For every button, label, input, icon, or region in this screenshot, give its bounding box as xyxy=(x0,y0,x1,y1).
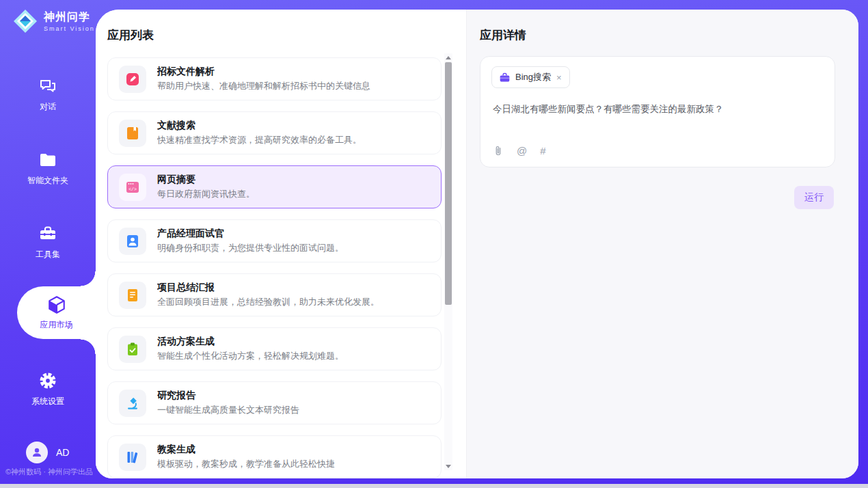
app-item-project-summary[interactable]: 项目总结汇报 全面回顾项目进展，总结经验教训，助力未来优化发展。 xyxy=(107,273,442,316)
app-title: 项目总结汇报 xyxy=(157,282,379,294)
webpage-icon: </> xyxy=(119,174,146,201)
toolbox-icon xyxy=(38,224,57,243)
briefcase-icon xyxy=(499,72,511,83)
app-title: 网页摘要 xyxy=(157,174,255,186)
app-title: 产品经理面试官 xyxy=(157,228,344,240)
app-desc: 模板驱动，教案秒成，教学准备从此轻松快捷 xyxy=(157,458,335,470)
app-desc: 一键智能生成高质量长文本研究报告 xyxy=(157,404,299,416)
copyright-footer: ©神州数码 · 神州问学出品 xyxy=(5,467,93,477)
prompt-card: Bing搜索 × 今日湖北有哪些新闻要点？有哪些需要关注的最新政策？ @ # xyxy=(480,56,835,167)
tool-chip-bing-search[interactable]: Bing搜索 × xyxy=(491,66,570,88)
brand-logo: 神州问学 Smart Vision xyxy=(12,8,95,34)
brand-name: 神州问学 xyxy=(44,10,95,25)
scroll-down-icon[interactable] xyxy=(444,462,452,470)
scrollbar-thumb[interactable] xyxy=(445,62,452,305)
person-icon xyxy=(31,446,43,459)
user-initials: AD xyxy=(56,447,69,458)
run-button[interactable]: 运行 xyxy=(794,186,834,209)
app-list: 招标文件解析 帮助用户快速、准确地理解和解析招标书中的关键信息 文献搜索 快速精… xyxy=(107,57,442,478)
app-title: 活动方案生成 xyxy=(157,336,344,348)
app-detail-panel: 应用详情 Bing搜索 × 今日湖北有哪些新闻要点？有哪些需要关注的最新政策？ … xyxy=(467,10,858,478)
input-toolbar: @ # xyxy=(493,145,546,157)
app-desc: 快速精准查找学术资源，提高研究效率的必备工具。 xyxy=(157,134,362,146)
app-list-panel: 应用列表 招标文件解析 帮助用户快速、准确地理解和解析招标书中的关键信息 xyxy=(96,10,467,478)
app-desc: 明确身份和职责，为您提供专业性的面试问题。 xyxy=(157,242,344,254)
sidebar-item-label: 工具集 xyxy=(0,249,96,260)
app-list-scrollbar[interactable] xyxy=(444,53,452,470)
sidebar-item-label: 智能文件夹 xyxy=(0,175,96,187)
app-desc: 全面回顾项目进展，总结经验教训，助力未来优化发展。 xyxy=(157,296,379,308)
app-desc: 每日政府新闻资讯快查。 xyxy=(157,188,255,200)
cube-icon xyxy=(46,295,67,315)
brand-subtitle: Smart Vision xyxy=(44,25,95,32)
active-tab-curve-bottom xyxy=(81,339,96,354)
chip-close-icon[interactable]: × xyxy=(556,73,562,82)
app-detail-title: 应用详情 xyxy=(480,27,526,43)
bottom-edge-strip xyxy=(0,484,868,488)
diamond-logo-icon xyxy=(12,8,38,34)
app-item-literature-search[interactable]: 文献搜索 快速精准查找学术资源，提高研究效率的必备工具。 xyxy=(107,111,442,154)
svg-text:</>: </> xyxy=(128,187,137,191)
app-list-title: 应用列表 xyxy=(107,27,154,43)
chat-icon xyxy=(38,77,57,96)
sidebar-item-smart-folder[interactable]: 智能文件夹 xyxy=(0,150,96,187)
tool-chip-label: Bing搜索 xyxy=(515,71,551,83)
books-icon xyxy=(119,444,146,471)
app-item-research-report[interactable]: 研究报告 一键智能生成高质量长文本研究报告 xyxy=(107,381,442,424)
app-title: 招标文件解析 xyxy=(157,66,370,78)
sidebar-item-app-market[interactable]: 应用市场 xyxy=(17,286,96,339)
main-content: 应用列表 招标文件解析 帮助用户快速、准确地理解和解析招标书中的关键信息 xyxy=(96,10,858,478)
sidebar-item-label: 对话 xyxy=(0,101,96,113)
sidebar-item-settings[interactable]: 系统设置 xyxy=(0,371,96,407)
active-tab-curve-top xyxy=(81,271,96,286)
sidebar-item-label: 系统设置 xyxy=(0,396,96,407)
bid-document-icon xyxy=(119,66,146,93)
interviewer-icon xyxy=(119,228,146,255)
clipboard-check-icon xyxy=(119,336,146,363)
microscope-icon xyxy=(119,390,146,417)
sidebar-item-chat[interactable]: 对话 xyxy=(0,77,96,113)
app-item-pm-interviewer[interactable]: 产品经理面试官 明确身份和职责，为您提供专业性的面试问题。 xyxy=(107,219,442,262)
book-icon xyxy=(119,120,146,147)
app-item-lesson-plan[interactable]: 教案生成 模板驱动，教案秒成，教学准备从此轻松快捷 xyxy=(107,435,442,478)
user-account[interactable]: AD xyxy=(26,442,69,463)
app-item-web-summary[interactable]: </> 网页摘要 每日政府新闻资讯快查。 xyxy=(107,165,442,208)
sidebar-item-toolset[interactable]: 工具集 xyxy=(0,224,96,260)
avatar xyxy=(26,442,48,463)
app-title: 教案生成 xyxy=(157,444,335,456)
query-text[interactable]: 今日湖北有哪些新闻要点？有哪些需要关注的最新政策？ xyxy=(493,103,822,116)
paperclip-icon[interactable] xyxy=(493,145,504,157)
at-mention-icon[interactable]: @ xyxy=(517,145,527,157)
sidebar-item-label: 应用市场 xyxy=(17,319,96,331)
scroll-up-icon[interactable] xyxy=(444,53,452,62)
app-title: 研究报告 xyxy=(157,390,299,402)
app-title: 文献搜索 xyxy=(157,120,362,132)
report-doc-icon xyxy=(119,282,146,309)
app-item-event-plan[interactable]: 活动方案生成 智能生成个性化活动方案，轻松解决规划难题。 xyxy=(107,327,442,370)
sidebar: 神州问学 Smart Vision 对话 智能文件夹 工具集 xyxy=(0,0,96,488)
hash-icon[interactable]: # xyxy=(540,145,545,157)
gear-icon xyxy=(38,371,57,390)
app-desc: 帮助用户快速、准确地理解和解析招标书中的关键信息 xyxy=(157,80,370,92)
app-item-bid-analysis[interactable]: 招标文件解析 帮助用户快速、准确地理解和解析招标书中的关键信息 xyxy=(107,57,442,100)
app-desc: 智能生成个性化活动方案，轻松解决规划难题。 xyxy=(157,350,344,362)
folder-icon xyxy=(38,150,57,170)
